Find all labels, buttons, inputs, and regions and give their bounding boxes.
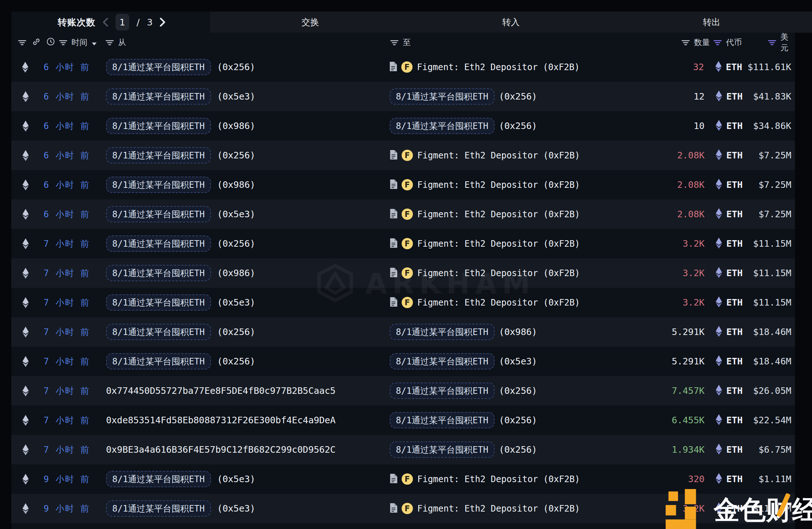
table-row[interactable]: 7 小时 前0x774450D55727ba77Ee8F5DE4fB0c977B…: [11, 376, 795, 405]
table-row[interactable]: 6 小时 前8/1通过某平台囤积ETH(0x256)FFigment: Eth2…: [11, 141, 795, 170]
filter-icon[interactable]: [682, 38, 690, 47]
table-row[interactable]: 7 小时 前8/1通过某平台囤积ETH(0x256)8/1通过某平台囤积ETH(…: [11, 347, 795, 376]
row-time[interactable]: 7 小时 前: [40, 297, 103, 308]
to-entity-name[interactable]: Figment: Eth2 Depositor (0xF2B): [417, 209, 580, 219]
from-address[interactable]: 0x9BE3a4a616B36F4E57b9C12fB682C299c0D956…: [106, 444, 336, 455]
header-amount-label[interactable]: 数量: [694, 37, 710, 48]
tab-outflow[interactable]: 转出: [611, 12, 812, 33]
from-entity-pill[interactable]: 8/1通过某平台囤积ETH: [106, 235, 211, 252]
from-entity-pill[interactable]: 8/1通过某平台囤积ETH: [106, 294, 211, 311]
row-time[interactable]: 7 小时 前: [40, 356, 103, 367]
to-entity-pill[interactable]: 8/1通过某平台囤积ETH: [390, 324, 495, 340]
row-time[interactable]: 6 小时 前: [40, 120, 103, 132]
table-row[interactable]: 6 小时 前8/1通过某平台囤积ETH(0x986)FFigment: Eth2…: [11, 170, 795, 199]
to-entity-name[interactable]: Figment: Eth2 Depositor (0xF2B): [417, 298, 580, 308]
tab-inflow[interactable]: 转入: [411, 12, 612, 33]
table-row[interactable]: 7 小时 前8/1通过某平台囤积ETH(0x256)FFigment: Eth2…: [11, 229, 795, 258]
to-entity-pill[interactable]: 8/1通过某平台囤积ETH: [390, 353, 495, 370]
header-token-label[interactable]: 代币: [726, 37, 742, 48]
tab-swap[interactable]: 交换: [210, 12, 411, 33]
to-entity-pill[interactable]: 8/1通过某平台囤积ETH: [390, 383, 495, 399]
from-address[interactable]: 0xde853514Fd58Eb80887312F26E300bf4Ec4a9D…: [106, 415, 336, 425]
chevron-right-icon[interactable]: [160, 18, 165, 27]
row-time[interactable]: 9 小时 前: [40, 503, 103, 514]
eth-diamond-icon: [11, 179, 40, 190]
from-address[interactable]: 0x774450D55727ba77Ee8F5DE4fB0c977B2B5Caa…: [106, 385, 336, 396]
filter-icon[interactable]: [106, 38, 114, 47]
table-row[interactable]: 7 小时 前8/1通过某平台囤积ETH(0x256)8/1通过某平台囤积ETH(…: [11, 317, 795, 347]
to-entity-name[interactable]: Figment: Eth2 Depositor (0xF2B): [417, 180, 580, 190]
header-from: 从: [106, 33, 126, 52]
row-to-cell: 8/1通过某平台囤积ETH(0x256): [390, 412, 629, 428]
to-entity-name[interactable]: Figment: Eth2 Depositor (0xF2B): [417, 239, 580, 249]
from-entity-pill[interactable]: 8/1通过某平台囤积ETH: [106, 206, 211, 222]
document-icon: [390, 150, 397, 161]
filter-icon[interactable]: [390, 38, 398, 47]
to-entity-name[interactable]: Figment: Eth2 Depositor (0xF2B): [417, 268, 580, 278]
row-token-symbol: ETH: [726, 268, 743, 278]
chevron-left-icon[interactable]: [103, 18, 108, 27]
to-address-hex: (0x256): [499, 121, 537, 131]
row-time[interactable]: 7 小时 前: [40, 267, 103, 279]
from-entity-pill[interactable]: 8/1通过某平台囤积ETH: [106, 118, 211, 134]
row-to-cell: 8/1通过某平台囤积ETH(0x256): [390, 441, 629, 458]
header-to-label[interactable]: 至: [403, 37, 411, 48]
chevron-down-icon[interactable]: [92, 38, 97, 47]
to-entity-pill[interactable]: 8/1通过某平台囤积ETH: [390, 118, 495, 134]
from-entity-pill[interactable]: 8/1通过某平台囤积ETH: [106, 59, 211, 75]
header-time-label[interactable]: 时间: [72, 37, 88, 48]
to-entity-pill[interactable]: 8/1通过某平台囤积ETH: [390, 88, 495, 105]
page-title: 转账次数: [58, 16, 96, 28]
to-entity-name[interactable]: Figment: Eth2 Depositor (0xF2B): [417, 474, 580, 484]
table-row[interactable]: 6 小时 前8/1通过某平台囤积ETH(0x256)FFigment: Eth2…: [11, 52, 795, 82]
to-entity-name[interactable]: Figment: Eth2 Depositor (0xF2B): [417, 504, 580, 514]
document-icon: [390, 297, 397, 308]
row-time[interactable]: 9 小时 前: [40, 473, 103, 485]
from-entity-pill[interactable]: 8/1通过某平台囤积ETH: [106, 353, 211, 370]
from-entity-pill[interactable]: 8/1通过某平台囤积ETH: [106, 471, 211, 487]
from-entity-pill[interactable]: 8/1通过某平台囤积ETH: [106, 88, 211, 105]
row-time[interactable]: 7 小时 前: [40, 238, 103, 250]
to-entity-pill[interactable]: 8/1通过某平台囤积ETH: [390, 441, 495, 458]
row-token-cell: ETH: [705, 90, 748, 103]
header-from-label[interactable]: 从: [118, 37, 126, 48]
row-time[interactable]: 6 小时 前: [40, 61, 103, 73]
row-time[interactable]: 7 小时 前: [40, 385, 103, 397]
from-entity-pill[interactable]: 8/1通过某平台囤积ETH: [106, 177, 211, 193]
table-row[interactable]: 6 小时 前8/1通过某平台囤积ETH(0x5e3)FFigment: Eth2…: [11, 199, 795, 229]
table-row[interactable]: 6 小时 前8/1通过某平台囤积ETH(0x5e3)8/1通过某平台囤积ETH(…: [11, 82, 795, 111]
row-from-cell: 8/1通过某平台囤积ETH(0x986): [103, 265, 390, 281]
to-entity-pill[interactable]: 8/1通过某平台囤积ETH: [390, 412, 495, 428]
table-row[interactable]: 6 小时 前8/1通过某平台囤积ETH(0x986)8/1通过某平台囤积ETH(…: [11, 111, 795, 141]
row-time[interactable]: 6 小时 前: [40, 91, 103, 102]
from-entity-pill[interactable]: 8/1通过某平台囤积ETH: [106, 500, 211, 517]
from-entity-pill[interactable]: 8/1通过某平台囤积ETH: [106, 324, 211, 340]
row-time[interactable]: 6 小时 前: [40, 179, 103, 191]
row-usd-value: $18.46M: [748, 356, 795, 367]
header-usd-label[interactable]: 美元: [780, 32, 795, 53]
from-entity-pill[interactable]: 8/1通过某平台囤积ETH: [106, 265, 211, 281]
row-time[interactable]: 7 小时 前: [40, 326, 103, 338]
document-icon: [390, 209, 397, 220]
from-address-hex: (0x256): [217, 356, 255, 367]
link-icon[interactable]: [32, 37, 41, 48]
filter-icon[interactable]: [59, 38, 67, 47]
table-row[interactable]: 7 小时 前8/1通过某平台囤积ETH(0x986)FFigment: Eth2…: [11, 258, 795, 288]
clock-icon[interactable]: [46, 37, 55, 48]
current-page-indicator: 1: [115, 14, 129, 31]
filter-icon[interactable]: [18, 38, 26, 47]
row-time[interactable]: 6 小时 前: [40, 209, 103, 220]
table-row[interactable]: 7 小时 前0x9BE3a4a616B36F4E57b9C12fB682C299…: [11, 435, 795, 464]
from-entity-pill[interactable]: 8/1通过某平台囤积ETH: [106, 147, 211, 163]
row-time[interactable]: 7 小时 前: [40, 415, 103, 426]
filter-icon-active[interactable]: [768, 38, 776, 47]
table-row[interactable]: 7 小时 前0xde853514Fd58Eb80887312F26E300bf4…: [11, 405, 795, 435]
row-time[interactable]: 6 小时 前: [40, 150, 103, 161]
row-token-symbol: ETH: [726, 150, 743, 161]
to-entity-name[interactable]: Figment: Eth2 Depositor (0xF2B): [417, 62, 580, 72]
row-time[interactable]: 7 小时 前: [40, 444, 103, 456]
row-token-symbol: ETH: [726, 297, 743, 308]
table-row[interactable]: 7 小时 前8/1通过某平台囤积ETH(0x5e3)FFigment: Eth2…: [11, 288, 795, 317]
to-entity-name[interactable]: Figment: Eth2 Depositor (0xF2B): [417, 150, 580, 161]
filter-icon-active[interactable]: [714, 38, 722, 47]
